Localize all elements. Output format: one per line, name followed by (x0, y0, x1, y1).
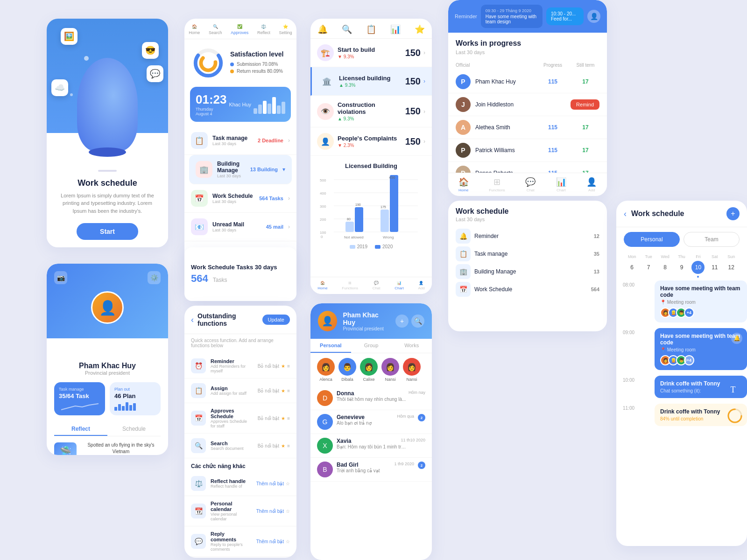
of-title: Outstanding functions (197, 312, 262, 327)
wip-row-3[interactable]: A Alethea Smith 115 17 (448, 116, 607, 139)
star-icon-5[interactable]: ☆ (286, 481, 290, 486)
chat-item-donna[interactable]: D Donna Hôm nay Thôi tiết hôm nay nhìn c… (310, 386, 432, 410)
ca-nansi1[interactable]: 👩 Nansi (381, 358, 399, 382)
menu-building-manage[interactable]: 🏢 Building Manage Last 30 days 13 Buildi… (189, 155, 292, 184)
nav-setting[interactable]: ⭐ Setting (279, 24, 292, 35)
search-contact-button[interactable]: 🔍 (411, 315, 424, 328)
nav-search[interactable]: 🔍 Search (209, 24, 222, 35)
chat-item-xavia[interactable]: X Xavia 11 th10 2020 Bạn: Hôm nay tôi bú… (310, 434, 432, 458)
stat-peoples-complaints[interactable]: 👤 People's Complaints ▼ 2.3% 150 › (310, 127, 432, 156)
bn3-chat[interactable]: 💬 Chat (525, 177, 536, 192)
bn2-home[interactable]: 🏠Home (317, 281, 327, 290)
bn3-chat-icon: 💬 (525, 177, 536, 187)
nav-home[interactable]: 🏠 Home (189, 24, 200, 35)
ca-nansi2[interactable]: 👩 Nansi (403, 358, 421, 382)
cal-day-thu[interactable]: Thu 9 (675, 254, 688, 278)
tab-schedule[interactable]: Schedule (107, 423, 161, 436)
of-back-icon[interactable]: ‹ (191, 315, 194, 325)
ca-dibala[interactable]: 👨 Dibala (338, 358, 356, 382)
p10-item-2[interactable]: 📋 Task manage 35 (456, 246, 599, 261)
ca-calixe[interactable]: 👩 Calixe (360, 358, 378, 382)
menu-icon-2[interactable]: ≡ (287, 388, 290, 393)
bn3-functions[interactable]: ⊞ Functions (489, 177, 505, 192)
cal-day-mon[interactable]: Mon 6 (626, 254, 639, 278)
stat-construction-violations[interactable]: 👁️ Construction violations ▲ 9.3% 150 › (310, 96, 432, 127)
bn2-functions[interactable]: ⊞Functions (342, 281, 358, 290)
alarm-icon[interactable]: 🔔 (317, 24, 328, 35)
ts-card-11[interactable]: Drink coffe with Tonny 84% until complet… (655, 404, 747, 426)
func-item-reminder[interactable]: ⏰ Reminder Add Reminders for myself Bỏ n… (184, 354, 296, 378)
menu-icon-4[interactable]: ≡ (287, 443, 290, 448)
func-item-approves[interactable]: 📅 Approves Schedule Approves Schedule fo… (184, 403, 296, 434)
p10-item-1[interactable]: 🔔 Reminder 12 (456, 229, 599, 244)
wip-row-4[interactable]: P Patrick Williams 115 17 (448, 139, 607, 162)
cal-day-sun[interactable]: Sun 12 (725, 254, 738, 278)
bn3-home[interactable]: 🏠 Home (458, 177, 469, 192)
menu-icon-3[interactable]: ≡ (287, 416, 290, 421)
func-item-reply[interactable]: 💬 Reply comments Reply to people's comme… (184, 526, 296, 557)
bn3-chart[interactable]: 📊 Chart (556, 177, 566, 192)
ca-alenca[interactable]: 👩 Alenca (317, 358, 335, 382)
stat-licensed-building[interactable]: 🏛️ Licensed building ▲ 9.3% 150 › (310, 67, 432, 96)
ct-personal[interactable]: Personal (310, 339, 351, 353)
cal-day-tue[interactable]: Tue 7 (642, 254, 655, 278)
p10-item-4[interactable]: 📅 Work Schedule 564 (456, 282, 599, 297)
menu-unread-mail[interactable]: 📧 Unread Mail Last 30 days 45 mail › (184, 213, 296, 241)
ts-card-10[interactable]: Drink coffe with Tonny Chat something (i… (655, 376, 747, 398)
search-icon-2[interactable]: 🔍 (342, 24, 352, 35)
chat-item-genevieve[interactable]: G Genevieve Hôm qua Alo bạn ơi trả nợ 2 (310, 410, 432, 434)
func-item-calendar[interactable]: 📆 Personal calendar View personal calend… (184, 496, 296, 526)
star-icon-2[interactable]: ★ (281, 388, 285, 393)
bn2-add[interactable]: 👤Add (418, 281, 424, 290)
tab-personal[interactable]: Personal (624, 232, 680, 247)
star-icon-4[interactable]: ★ (281, 443, 285, 448)
menu-icon-1[interactable]: ≡ (287, 364, 290, 369)
ts-card-09[interactable]: Have some meeting with team code 📍 Meeti… (655, 328, 747, 370)
chart-icon[interactable]: 📊 (390, 24, 401, 35)
add-contact-button[interactable]: + (395, 315, 409, 328)
wip-row-1[interactable]: P Pham Khac Huy 115 17 (448, 70, 607, 93)
star-icon-1[interactable]: ★ (281, 364, 285, 369)
func-item-assign[interactable]: 📋 Assign Add assign for staff Bỏ nổi bật… (184, 378, 296, 403)
chat-item-badgirl[interactable]: B Bad Girl 1 th9 2020 Trời anh bằng cả v… (310, 458, 432, 482)
ct-group[interactable]: Group (351, 339, 392, 353)
ca-img-alenca: 👩 (317, 358, 335, 376)
menu-work-schedule[interactable]: 📅 Work Schedule Last 30 days 564 Tasks › (184, 184, 296, 213)
bn2-chat[interactable]: 💬Chat (373, 281, 381, 290)
menu-task-manage[interactable]: 📋 Task manage Last 30 days 2 Deadline › (184, 126, 296, 155)
back-icon[interactable]: ‹ (624, 209, 627, 219)
func-item-reflect[interactable]: ⚖️ Reflect handle Reflect handle of Thêm… (184, 471, 296, 496)
cal-dname-tue: Tue (645, 254, 652, 259)
star-icon[interactable]: ⭐ (415, 24, 425, 35)
update-button[interactable]: Update (262, 315, 290, 325)
cal-day-wed[interactable]: Wed 8 (659, 254, 672, 278)
tab-team[interactable]: Team (684, 232, 740, 247)
start-button[interactable]: Start (77, 223, 138, 240)
add-button[interactable]: + (726, 207, 740, 220)
settings-icon[interactable]: ⚙️ (148, 271, 161, 284)
ct-works[interactable]: Works (391, 339, 432, 353)
ts-card-08[interactable]: Have some meeting with team code 📍 Meeti… (655, 280, 747, 322)
star-icon-6[interactable]: ☆ (286, 509, 290, 514)
bn3-add[interactable]: 👤 Add (586, 177, 597, 192)
reminder-card-2[interactable]: 10:30 - 20... Feed for... (546, 7, 584, 25)
list-icon[interactable]: 📋 (366, 24, 376, 35)
stat-start-build[interactable]: 🏗️ Start to build ▼ 9.3% 150 › (310, 39, 432, 67)
p10-item-3[interactable]: 🏢 Building Manage 13 (456, 264, 599, 279)
cal-day-fri[interactable]: Fri 10 (691, 254, 705, 278)
star-icon-3[interactable]: ★ (281, 416, 285, 421)
news-item-1[interactable]: 🛸 Spotted an ufo flying in the sky's Vie… (54, 442, 161, 455)
func-item-search[interactable]: 🔍 Search Search document Bỏ nổi bật ★ ≡ (184, 434, 296, 458)
remind-button[interactable]: Remind (571, 99, 599, 110)
nav-approves[interactable]: ✅ Approves (231, 24, 248, 35)
wip-row-2[interactable]: J Join Hiddleston Remind (448, 93, 607, 116)
legend-label-2019: 2019 (357, 244, 367, 249)
ci-msg-badgirl: Trời anh bằng cả vạt (337, 468, 407, 473)
tab-reflect[interactable]: Reflect (54, 423, 107, 436)
bn2-chart[interactable]: 📊Chart (395, 281, 404, 290)
reminder-card-1[interactable]: 09:30 - 29 Tháng 9 2020 Have some meetin… (481, 5, 543, 28)
cal-day-sat[interactable]: Sat 11 (708, 254, 721, 278)
star-icon-7[interactable]: ☆ (286, 539, 290, 544)
nav-reflect[interactable]: ⚖️ Reflect (257, 24, 270, 35)
camera-icon[interactable]: 📷 (54, 271, 67, 284)
